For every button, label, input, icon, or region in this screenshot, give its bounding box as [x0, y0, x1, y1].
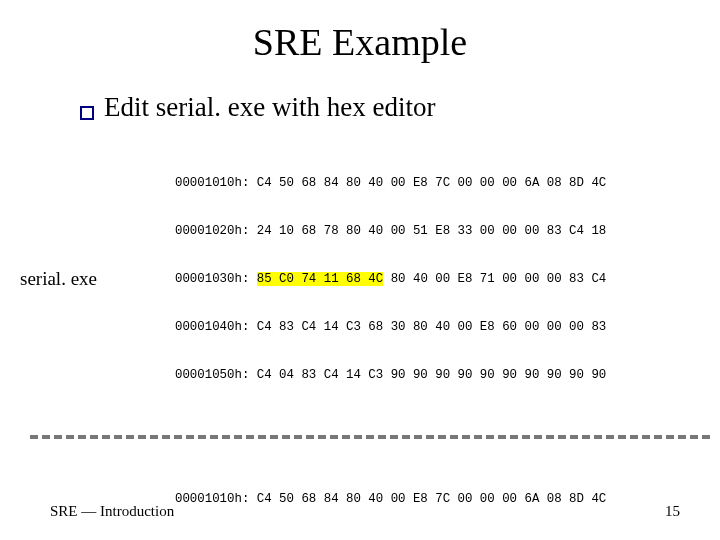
hexdump-patch: 00001010h: C4 50 68 84 80 40 00 E8 7C 00… [175, 459, 606, 540]
bullet-edit-text: Edit serial. exe with hex editor [104, 92, 435, 123]
hexblock-serial: serial. exe 00001010h: C4 50 68 84 80 40… [20, 143, 720, 415]
hexblock-patch: serial. Patch. exe 00001010h: C4 50 68 8… [20, 459, 720, 540]
page-number: 15 [665, 503, 680, 520]
hex-row: 00001050h: C4 04 83 C4 14 C3 90 90 90 90… [175, 367, 606, 383]
bullet-edit: Edit serial. exe with hex editor [80, 92, 720, 123]
label-serial: serial. exe [20, 268, 175, 290]
page-title: SRE Example [0, 0, 720, 64]
bullet-box-icon [80, 106, 94, 120]
divider [30, 435, 710, 439]
hex-row: 00001010h: C4 50 68 84 80 40 00 E8 7C 00… [175, 175, 606, 191]
hex-row: 00001020h: 24 10 68 78 80 40 00 51 E8 33… [175, 223, 606, 239]
hex-row: 00001030h: 85 C0 74 11 68 4C 80 40 00 E8… [175, 271, 606, 287]
footer-left: SRE — Introduction [50, 503, 174, 520]
hex-highlight: 85 C0 74 11 68 4C [257, 272, 383, 286]
hex-row: 00001040h: C4 83 C4 14 C3 68 30 80 40 00… [175, 319, 606, 335]
footer: SRE — Introduction 15 [50, 503, 680, 520]
hexdump-serial: 00001010h: C4 50 68 84 80 40 00 E8 7C 00… [175, 143, 606, 415]
